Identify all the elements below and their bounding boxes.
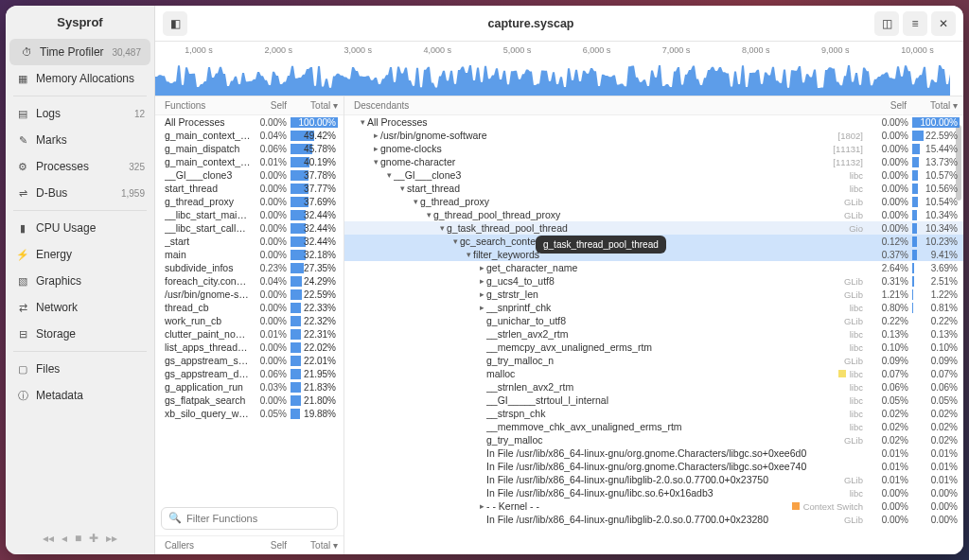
function-row[interactable]: All Processes0.00%100.00% <box>155 115 344 129</box>
prev-icon[interactable]: ◂ <box>62 532 67 545</box>
split-button[interactable]: ◫ <box>874 11 899 36</box>
descendant-row[interactable]: ▸/usr/bin/gnome-software[1802]0.00%22.59… <box>344 129 963 142</box>
tooltip: g_task_thread_pool_thread <box>536 236 666 254</box>
function-row[interactable]: __libc_start_call_mai0.00%32.44% <box>155 221 344 235</box>
sidebar-item-cpu-usage[interactable]: ▮CPU Usage <box>6 215 154 241</box>
expand-icon[interactable]: ▸ <box>477 303 486 312</box>
function-row[interactable]: g_main_dispatch0.06%45.78% <box>155 142 344 155</box>
descendant-row[interactable]: g_unichar_to_utf8GLib0.22%0.22% <box>344 314 963 327</box>
function-row[interactable]: work_run_cb0.00%22.32% <box>155 314 344 327</box>
descendant-row[interactable]: __memmove_chk_avx_unaligned_erms_rtmlibc… <box>344 420 963 433</box>
function-row[interactable]: g_application_run0.03%21.83% <box>155 380 344 394</box>
function-row[interactable]: thread_cb0.00%22.33% <box>155 301 344 314</box>
sidebar-item-graphics[interactable]: ▧Graphics <box>6 268 154 294</box>
sidebar-item-time-profiler[interactable]: ⏱Time Profiler30,487 <box>9 39 150 65</box>
expand-icon[interactable]: ▾ <box>371 157 380 166</box>
expand-icon[interactable]: ▾ <box>384 170 394 180</box>
function-row[interactable]: gs_appstream_search0.00%22.01% <box>155 354 344 367</box>
expand-icon[interactable]: ▸ <box>477 263 486 272</box>
expand-icon[interactable]: ▾ <box>358 117 367 127</box>
expand-icon[interactable]: ▾ <box>411 197 420 206</box>
panel-toggle-button[interactable]: ◧ <box>163 11 187 36</box>
descendant-row[interactable]: ▸__snprintf_chklibc0.80%0.81% <box>344 301 963 314</box>
expand-icon[interactable]: ▸ <box>371 131 380 140</box>
expand-icon[interactable]: ▸ <box>477 501 486 511</box>
expand-icon[interactable]: ▸ <box>477 276 486 286</box>
add-icon[interactable]: ✚ <box>89 532 98 545</box>
sidebar-item-d-bus[interactable]: ⇌D-Bus1,959 <box>6 180 154 206</box>
function-row[interactable]: _start0.00%32.44% <box>155 235 344 248</box>
function-row[interactable]: g_main_context_itera0.04%49.42% <box>155 129 344 142</box>
descendant-row[interactable]: In File /usr/lib/x86_64-linux-gnu/org.gn… <box>344 446 963 460</box>
descendant-row[interactable]: In File /usr/lib/x86_64-linux-gnu/libc.s… <box>344 486 963 499</box>
descendant-row[interactable]: ▾__GI___clone3libc0.00%10.57% <box>344 168 963 182</box>
descendant-row[interactable]: ▸gnome-clocks[11131]0.00%15.44% <box>344 142 963 155</box>
function-row[interactable]: subdivide_infos0.23%27.35% <box>155 261 344 274</box>
sidebar-item-memory-allocations[interactable]: ▦Memory Allocations <box>6 65 154 92</box>
descendant-row[interactable]: ▾g_thread_pool_thread_proxyGLib0.00%10.3… <box>344 208 963 221</box>
function-row[interactable]: g_thread_proxy0.00%37.69% <box>155 195 344 208</box>
descendant-row[interactable]: ▾g_task_thread_pool_threadGio0.00%10.34% <box>344 221 963 235</box>
function-row[interactable]: main0.00%32.18% <box>155 248 344 261</box>
sidebar-item-metadata[interactable]: ⓘMetadata <box>6 382 154 409</box>
descendant-row[interactable]: ▸g_ucs4_to_utf8GLib0.31%2.51% <box>344 274 963 288</box>
stop-icon[interactable]: ■ <box>75 532 81 545</box>
logs-icon: ▤ <box>15 106 30 121</box>
descendant-row[interactable]: In File /usr/lib/x86_64-linux-gnu/libgli… <box>344 473 963 486</box>
app-title: Sysprof <box>6 6 154 39</box>
sidebar-item-energy[interactable]: ⚡Energy <box>6 241 154 268</box>
function-row[interactable]: __GI___clone30.00%37.78% <box>155 168 344 182</box>
expand-icon[interactable]: ▸ <box>477 289 486 299</box>
timeline[interactable]: 1,000 s2,000 s3,000 s4,000 s5,000 s6,000… <box>155 42 963 96</box>
descendants-header[interactable]: Descendants <box>354 100 867 111</box>
rewind-icon[interactable]: ◂◂ <box>43 532 54 545</box>
descendant-row[interactable]: __GI_____strtoul_l_internallibc0.05%0.05… <box>344 394 963 407</box>
descendant-row[interactable]: __strnlen_avx2_rtmlibc0.06%0.06% <box>344 380 963 394</box>
descendant-row[interactable]: ▾gnome-character[11132]0.00%13.73% <box>344 155 963 168</box>
function-row[interactable]: g_main_context_itera0.01%40.19% <box>155 155 344 168</box>
descendant-row[interactable]: In File /usr/lib/x86_64-linux-gnu/libgli… <box>344 513 963 526</box>
functions-header[interactable]: Functions <box>165 100 247 111</box>
function-row[interactable]: xb_silo_query_with_r0.05%19.88% <box>155 407 344 420</box>
descendant-row[interactable]: ▸- - Kernel - -Context Switch0.00%0.00% <box>344 499 963 513</box>
descendant-row[interactable]: __memcpy_avx_unaligned_erms_rtmlibc0.10%… <box>344 341 963 354</box>
function-row[interactable]: /usr/bin/gnome-softw0.00%22.59% <box>155 288 344 301</box>
filter-input[interactable] <box>161 507 338 530</box>
menu-button[interactable]: ≡ <box>903 11 927 36</box>
sidebar-item-files[interactable]: ▢Files <box>6 356 154 382</box>
descendant-row[interactable]: ▸get_character_name2.64%3.69% <box>344 261 963 274</box>
descendant-row[interactable]: __strspn_chklibc0.02%0.02% <box>344 407 963 420</box>
descendant-row[interactable]: ▾All Processes0.00%100.00% <box>344 115 963 129</box>
descendant-row[interactable]: ▾g_thread_proxyGLib0.00%10.54% <box>344 195 963 208</box>
forward-icon[interactable]: ▸▸ <box>106 532 117 545</box>
descendant-row[interactable]: g_try_mallocGLib0.02%0.02% <box>344 433 963 446</box>
function-row[interactable]: foreach_city.constprc0.04%24.29% <box>155 274 344 288</box>
descendant-row[interactable]: ▸g_strstr_lenGLib1.21%1.22% <box>344 288 963 301</box>
descendant-row[interactable]: ▾start_threadlibc0.00%10.56% <box>344 182 963 195</box>
sidebar-item-storage[interactable]: ⊟Storage <box>6 321 154 347</box>
sidebar-item-marks[interactable]: ✎Marks <box>6 127 154 153</box>
sidebar-item-logs[interactable]: ▤Logs12 <box>6 100 154 127</box>
function-row[interactable]: gs_flatpak_search0.00%21.80% <box>155 394 344 407</box>
close-button[interactable]: ✕ <box>931 11 956 36</box>
descendant-row[interactable]: In File /usr/lib/x86_64-linux-gnu/org.gn… <box>344 460 963 473</box>
descendant-row[interactable]: __strlen_avx2_rtmlibc0.13%0.13% <box>344 327 963 341</box>
descendant-row[interactable]: g_try_malloc_nGLib0.09%0.09% <box>344 354 963 367</box>
sidebar-item-network[interactable]: ⇄Network <box>6 294 154 321</box>
time profiler-icon: ⏱ <box>19 44 34 60</box>
expand-icon[interactable]: ▾ <box>397 184 407 193</box>
expand-icon[interactable]: ▾ <box>450 236 460 246</box>
callers-header[interactable]: Callers <box>165 540 271 551</box>
playback-controls: ◂◂ ◂ ■ ✚ ▸▸ <box>6 522 154 554</box>
expand-icon[interactable]: ▾ <box>464 250 473 259</box>
expand-icon[interactable]: ▾ <box>424 210 433 219</box>
descendant-row[interactable]: malloclibc0.07%0.07% <box>344 367 963 380</box>
function-row[interactable]: start_thread0.00%37.77% <box>155 182 344 195</box>
function-row[interactable]: list_apps_thread_cb0.00%22.02% <box>155 341 344 354</box>
function-row[interactable]: clutter_paint_node_p0.01%22.31% <box>155 327 344 341</box>
sidebar-item-processes[interactable]: ⚙Processes325 <box>6 153 154 180</box>
expand-icon[interactable]: ▾ <box>437 223 447 233</box>
expand-icon[interactable]: ▸ <box>371 144 380 153</box>
function-row[interactable]: __libc_start_main@G0.00%32.44% <box>155 208 344 221</box>
function-row[interactable]: gs_appstream_do_se0.06%21.95% <box>155 367 344 380</box>
